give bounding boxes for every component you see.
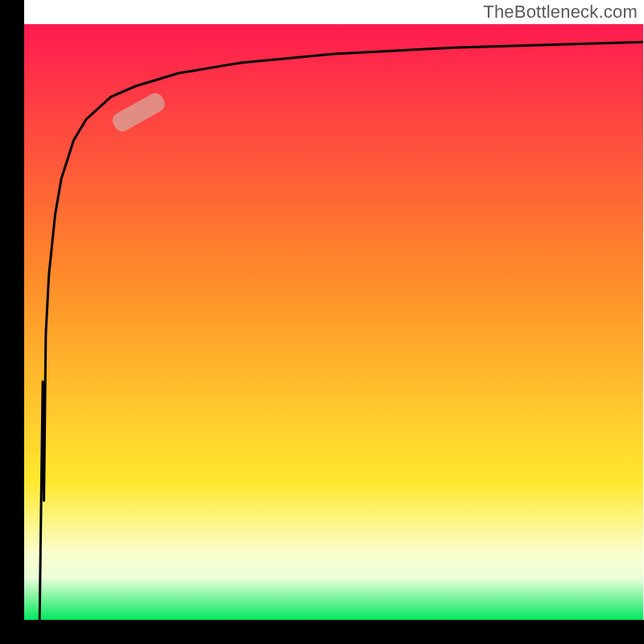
chart-container: TheBottleneck.com bbox=[0, 0, 644, 644]
attribution-label: TheBottleneck.com bbox=[483, 2, 638, 23]
bottleneck-chart bbox=[0, 0, 644, 644]
y-axis bbox=[0, 0, 24, 644]
x-axis bbox=[0, 620, 644, 644]
